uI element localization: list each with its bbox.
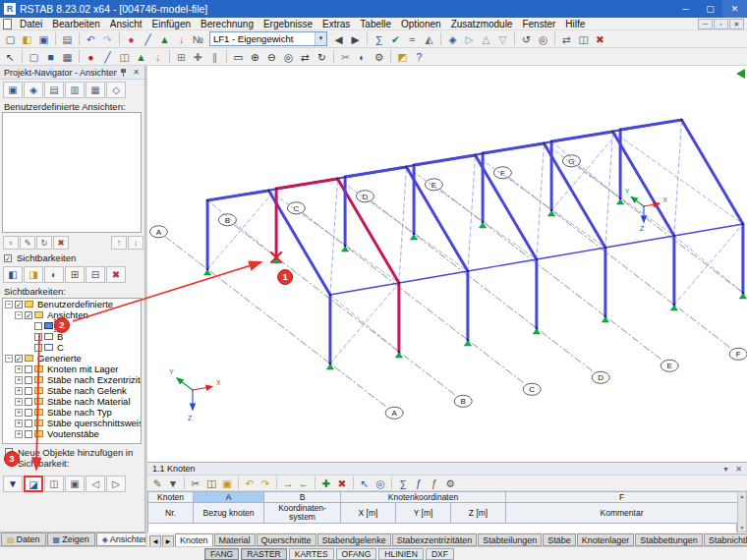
- table-tab-stabnichtlinearitäten[interactable]: Stabnichtlinearitäten: [704, 533, 747, 546]
- menu-zusatzmodule[interactable]: Zusatzmodule: [446, 19, 518, 29]
- tree-item-ansichten[interactable]: Ansichten: [3, 309, 141, 320]
- tree-item-view-c[interactable]: C: [3, 342, 141, 353]
- node[interactable]: [398, 282, 400, 284]
- expander-plus-icon[interactable]: [15, 409, 23, 417]
- table-function-button[interactable]: ƒ: [411, 476, 427, 490]
- isometric-view-nav-button[interactable]: ◈: [24, 82, 43, 98]
- node[interactable]: [619, 129, 621, 131]
- expander-plus-icon[interactable]: [15, 420, 23, 427]
- table-panel-close-button[interactable]: ✕: [732, 463, 745, 475]
- checkbox-staebe-nach-typ[interactable]: [25, 409, 32, 417]
- view-up-button[interactable]: ↑: [111, 236, 127, 250]
- select-arrow-button[interactable]: ↖: [2, 49, 19, 65]
- checkbox-ansichten[interactable]: [25, 311, 32, 319]
- table-tab-stäbe[interactable]: Stäbe: [543, 533, 576, 546]
- ofang-toggle[interactable]: OFANG: [336, 548, 377, 560]
- table-scrollbar[interactable]: ▲▼: [737, 491, 747, 532]
- apply-visibility-button[interactable]: ▼: [3, 476, 23, 492]
- panel-close-button[interactable]: ✕: [130, 67, 143, 79]
- menu-ansicht[interactable]: Ansicht: [105, 19, 147, 29]
- checkbox-staebe-nach-material[interactable]: [25, 398, 32, 406]
- node[interactable]: [206, 268, 208, 270]
- node[interactable]: [329, 363, 331, 364]
- node[interactable]: [413, 233, 415, 235]
- view-xy-button[interactable]: ▤: [44, 82, 64, 98]
- view-in-graphic-button[interactable]: ◎: [373, 476, 388, 490]
- loadcase-next-button[interactable]: ▶: [347, 31, 364, 47]
- checkbox-generierte[interactable]: [15, 355, 23, 363]
- support-icon[interactable]: [326, 364, 333, 370]
- previous-visibility-button[interactable]: ◁: [86, 476, 105, 492]
- menu-fenster[interactable]: Fenster: [517, 19, 560, 29]
- insert-row-button[interactable]: ✚: [318, 476, 334, 490]
- menu-optionen[interactable]: Optionen: [396, 19, 446, 29]
- menu-datei[interactable]: Datei: [15, 19, 47, 29]
- table-calculator-button[interactable]: ∑: [395, 476, 411, 490]
- node[interactable]: [680, 119, 682, 121]
- new-file-button[interactable]: ▢: [2, 31, 19, 47]
- node[interactable]: [550, 209, 552, 211]
- mdi-close-button[interactable]: ✕: [729, 19, 744, 29]
- results-button[interactable]: ≈: [404, 31, 421, 47]
- node[interactable]: [604, 247, 606, 249]
- show-members-button[interactable]: ╱: [99, 49, 116, 65]
- visibility-union-button[interactable]: ⊞: [65, 266, 85, 283]
- zoom-in-button[interactable]: ⊕: [247, 49, 263, 65]
- scroll-down-icon[interactable]: ▼: [738, 525, 746, 531]
- isometric-view-button[interactable]: ◈: [444, 31, 461, 47]
- checkbox-voutenstaebe[interactable]: [25, 430, 32, 438]
- menu-tabelle[interactable]: Tabelle: [355, 19, 396, 29]
- node[interactable]: [536, 258, 538, 260]
- node[interactable]: [398, 351, 400, 353]
- table-cut-button[interactable]: ✂: [188, 476, 203, 490]
- view-yz-button[interactable]: ▦: [86, 82, 105, 98]
- expander-minus-icon[interactable]: [5, 301, 13, 308]
- menu-ergebnisse[interactable]: Ergebnisse: [259, 19, 317, 29]
- update-user-view-button[interactable]: ↻: [36, 236, 52, 250]
- window-minimize-button[interactable]: ─: [673, 0, 698, 18]
- perspective-view-button[interactable]: ◇: [106, 82, 126, 98]
- dxf-toggle[interactable]: DXF: [426, 548, 454, 560]
- tree-item-view-a[interactable]: A: [3, 320, 141, 331]
- node[interactable]: [275, 188, 277, 190]
- new-user-view-button[interactable]: ▫: [3, 236, 19, 250]
- tree-item-staebe-nach-gelenk[interactable]: Stäbe nach Gelenk: [3, 385, 141, 396]
- node[interactable]: [413, 164, 415, 166]
- mdi-restore-button[interactable]: ▫: [714, 19, 728, 29]
- table-panel-menu-button[interactable]: ▾: [719, 463, 732, 475]
- checkbox-view-c[interactable]: [34, 344, 42, 352]
- previous-view-button[interactable]: ↺: [518, 31, 535, 47]
- column-letter-a[interactable]: A: [194, 492, 264, 503]
- model-viewport[interactable]: AABBCCDDEEFFGXYZXYZ: [147, 66, 747, 462]
- menu-bearbeiten[interactable]: Bearbeiten: [47, 19, 104, 29]
- node[interactable]: [604, 315, 606, 317]
- menu-extras[interactable]: Extras: [317, 19, 355, 29]
- tree-item-staebe-nach-exzentrizitaet[interactable]: Stäbe nach Exzentrizität: [3, 374, 141, 385]
- view-in-y-button[interactable]: △: [478, 31, 494, 47]
- mdi-minimize-button[interactable]: ─: [698, 19, 713, 29]
- print-button[interactable]: ▤: [59, 31, 76, 47]
- show-loads-button[interactable]: ↓: [149, 49, 166, 65]
- isolate-objects-button[interactable]: ▣: [65, 476, 85, 492]
- node[interactable]: [474, 154, 476, 156]
- expander-plus-icon[interactable]: [15, 387, 23, 395]
- show-nodes-button[interactable]: ●: [83, 49, 99, 65]
- node[interactable]: [742, 292, 744, 294]
- render-settings-button[interactable]: ⚙: [371, 49, 387, 65]
- table-tab-knotenlager[interactable]: Knotenlager: [577, 533, 635, 546]
- pan-view-button[interactable]: ⇄: [297, 49, 314, 65]
- calculation-button[interactable]: ∑: [371, 31, 387, 47]
- checkbox-knoten-mit-lager[interactable]: [25, 365, 32, 373]
- zoom-out-button[interactable]: ⊖: [263, 49, 280, 65]
- node[interactable]: [742, 223, 744, 225]
- view-in-x-button[interactable]: ▷: [461, 31, 478, 47]
- node[interactable]: [467, 270, 469, 272]
- column-letter-f[interactable]: F: [506, 492, 738, 503]
- menu-hilfe[interactable]: Hilfe: [560, 19, 590, 29]
- save-file-button[interactable]: ▣: [35, 31, 52, 47]
- zoom-all-button[interactable]: ◎: [280, 49, 297, 65]
- kartes-toggle[interactable]: KARTES: [289, 548, 334, 560]
- node[interactable]: [344, 176, 346, 178]
- menu-berechnung[interactable]: Berechnung: [196, 19, 259, 29]
- wireframe-display-button[interactable]: ▢: [26, 49, 42, 65]
